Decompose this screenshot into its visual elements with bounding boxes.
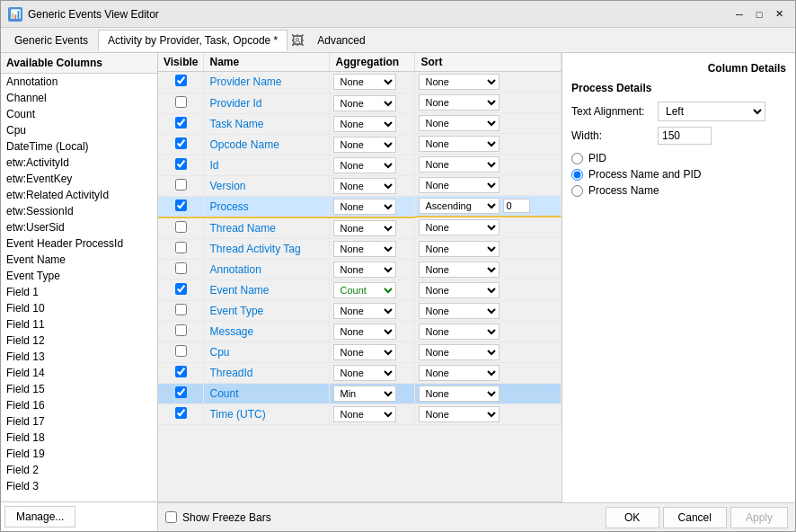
minimize-button[interactable]: ─ [730,5,748,23]
row-sort-select[interactable]: NoneAscendingDescending [419,282,500,298]
row-visible-checkbox[interactable] [175,283,187,295]
row-visible-checkbox[interactable] [175,137,187,149]
cancel-button[interactable]: Cancel [663,507,727,528]
table-row[interactable]: Thread NameNoneCountMinMaxSumAverageNone… [158,217,562,239]
tab-activity-provider[interactable]: Activity by Provider, Task, Opcode * [98,30,287,51]
table-row[interactable]: ThreadIdNoneCountMinMaxSumAverageNoneAsc… [158,363,562,384]
table-row[interactable]: VersionNoneCountMinMaxSumAverageNoneAsce… [158,175,562,196]
row-aggregation-select[interactable]: NoneCountMinMaxSumAverage [333,95,396,111]
available-column-item[interactable]: Field 15 [1,381,157,397]
row-sort-select[interactable]: NoneAscendingDescending [419,219,500,235]
columns-table-container[interactable]: Visible Name Aggregation Sort Provider N… [158,53,562,502]
radio-pid[interactable] [571,153,583,164]
table-row[interactable]: AnnotationNoneCountMinMaxSumAverageNoneA… [158,260,562,280]
row-visible-checkbox[interactable] [175,221,187,233]
row-sort-select[interactable]: NoneAscendingDescending [419,386,500,402]
tab-advanced[interactable]: Advanced [307,30,375,51]
table-row[interactable]: ProcessNoneCountMinMaxSumAverageNoneAsce… [158,196,562,217]
text-alignment-select[interactable]: Left Center Right [658,102,765,121]
width-input[interactable] [658,127,712,145]
available-column-item[interactable]: Field 1 [1,284,157,300]
available-column-item[interactable]: Field 10 [1,300,157,316]
row-aggregation-select[interactable]: NoneCountMinMaxSumAverage [333,282,396,298]
table-row[interactable]: Opcode NameNoneCountMinMaxSumAverageNone… [158,134,562,155]
row-aggregation-select[interactable]: NoneCountMinMaxSumAverage [333,74,396,90]
row-visible-checkbox[interactable] [175,75,187,86]
table-row[interactable]: MessageNoneCountMinMaxSumAverageNoneAsce… [158,322,562,342]
row-sort-select[interactable]: NoneAscendingDescending [419,74,500,90]
freeze-bars-checkbox[interactable] [165,511,177,523]
available-column-item[interactable]: etw:UserSid [1,219,157,235]
row-sort-select[interactable]: NoneAscendingDescending [419,262,500,278]
radio-process-name[interactable] [571,185,583,197]
available-column-item[interactable]: Field 17 [1,413,157,430]
row-visible-checkbox[interactable] [175,96,187,108]
row-visible-checkbox[interactable] [175,366,187,377]
table-row[interactable]: Provider IdNoneCountMinMaxSumAverageNone… [158,93,562,113]
manage-button[interactable]: Manage... [4,506,75,528]
row-sort-select[interactable]: NoneAscendingDescending [419,365,500,381]
row-sort-select[interactable]: NoneAscendingDescending [419,177,500,193]
row-visible-checkbox[interactable] [175,345,187,357]
tab-generic-events[interactable]: Generic Events [4,30,98,51]
row-sort-select[interactable]: NoneAscendingDescending [419,303,500,319]
table-row[interactable]: CountNoneCountMinMaxSumAverageNoneAscend… [158,384,562,404]
available-columns-list[interactable]: AnnotationChannelCountCpuDateTime (Local… [1,74,157,501]
row-visible-checkbox[interactable] [175,386,187,398]
row-visible-checkbox[interactable] [175,242,187,253]
available-column-item[interactable]: Event Name [1,252,157,268]
available-column-item[interactable]: Channel [1,90,157,106]
row-visible-checkbox[interactable] [175,304,187,315]
radio-process-name-pid[interactable] [571,169,583,181]
row-aggregation-select[interactable]: NoneCountMinMaxSumAverage [333,365,396,381]
row-visible-checkbox[interactable] [175,324,187,336]
available-column-item[interactable]: Field 14 [1,365,157,381]
row-aggregation-select[interactable]: NoneCountMinMaxSumAverage [333,344,396,360]
row-sort-select[interactable]: NoneAscendingDescending [419,241,500,257]
ok-button[interactable]: OK [606,507,659,528]
row-aggregation-select[interactable]: NoneCountMinMaxSumAverage [333,137,396,153]
row-visible-checkbox[interactable] [175,262,187,274]
row-sort-select[interactable]: NoneAscendingDescending [419,344,500,360]
table-row[interactable]: Thread Activity TagNoneCountMinMaxSumAve… [158,239,562,260]
available-column-item[interactable]: Event Header ProcessId [1,235,157,252]
table-row[interactable]: CpuNoneCountMinMaxSumAverageNoneAscendin… [158,342,562,363]
row-aggregation-select[interactable]: NoneCountMinMaxSumAverage [333,262,396,278]
row-aggregation-select[interactable]: NoneCountMinMaxSumAverage [333,406,396,422]
available-column-item[interactable]: Annotation [1,74,157,90]
row-aggregation-select[interactable]: NoneCountMinMaxSumAverage [333,116,396,132]
row-sort-select[interactable]: NoneAscendingDescending [419,198,500,214]
row-aggregation-select[interactable]: NoneCountMinMaxSumAverage [333,386,396,402]
available-column-item[interactable]: etw:Related ActivityId [1,187,157,203]
available-column-item[interactable]: DateTime (Local) [1,138,157,155]
available-column-item[interactable]: Field 16 [1,397,157,413]
available-column-item[interactable]: Cpu [1,122,157,138]
row-sort-select[interactable]: NoneAscendingDescending [419,94,500,111]
available-column-item[interactable]: etw:SessionId [1,203,157,219]
available-column-item[interactable]: Count [1,106,157,122]
table-row[interactable]: Event NameNoneCountMinMaxSumAverageNoneA… [158,280,562,301]
table-row[interactable]: Time (UTC)NoneCountMinMaxSumAverageNoneA… [158,404,562,425]
row-sort-select[interactable]: NoneAscendingDescending [419,115,500,131]
row-visible-checkbox[interactable] [175,179,187,191]
table-row[interactable]: IdNoneCountMinMaxSumAverageNoneAscending… [158,155,562,175]
available-column-item[interactable]: Field 13 [1,349,157,365]
apply-button[interactable]: Apply [730,507,788,528]
maximize-button[interactable]: □ [750,5,768,23]
available-column-item[interactable]: etw:EventKey [1,171,157,187]
row-visible-checkbox[interactable] [175,407,187,419]
row-visible-checkbox[interactable] [175,200,187,211]
row-aggregation-select[interactable]: NoneCountMinMaxSumAverage [333,178,396,194]
available-column-item[interactable]: Event Type [1,268,157,284]
row-aggregation-select[interactable]: NoneCountMinMaxSumAverage [333,220,396,236]
available-column-item[interactable]: Field 11 [1,316,157,332]
row-sort-select[interactable]: NoneAscendingDescending [419,136,500,152]
row-aggregation-select[interactable]: NoneCountMinMaxSumAverage [333,241,396,257]
row-sort-select[interactable]: NoneAscendingDescending [419,406,500,422]
table-row[interactable]: Provider NameNoneCountMinMaxSumAverageNo… [158,72,562,93]
available-column-item[interactable]: Field 3 [1,478,157,494]
table-row[interactable]: Event TypeNoneCountMinMaxSumAverageNoneA… [158,301,562,322]
table-row[interactable]: Task NameNoneCountMinMaxSumAverageNoneAs… [158,113,562,134]
available-column-item[interactable]: Field 12 [1,332,157,349]
row-aggregation-select[interactable]: NoneCountMinMaxSumAverage [333,199,396,215]
